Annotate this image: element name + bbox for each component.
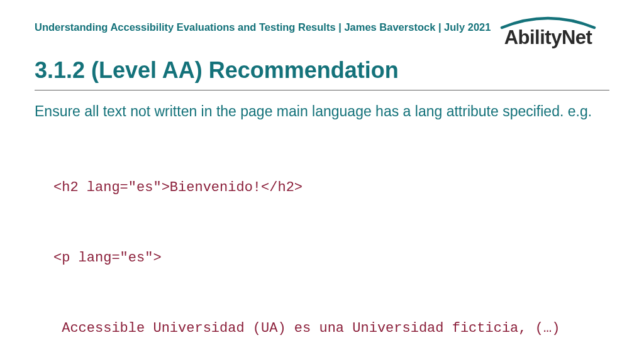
page-title: 3.1.2 (Level AA) Recommendation [35, 57, 609, 84]
code-example: <h2 lang="es">Bienvenido!</h2> <p lang="… [53, 133, 609, 362]
logo: AbilityNet [487, 14, 609, 49]
divider [35, 90, 609, 90]
breadcrumb: Understanding Accessibility Evaluations … [35, 21, 491, 33]
code-line: Accessible Universidad (UA) es una Unive… [53, 317, 609, 339]
intro-paragraph: Ensure all text not written in the page … [35, 102, 609, 121]
code-line: <h2 lang="es">Bienvenido!</h2> [53, 177, 609, 199]
code-line: <p lang="es"> [53, 247, 609, 269]
logo-text: AbilityNet [487, 26, 609, 49]
